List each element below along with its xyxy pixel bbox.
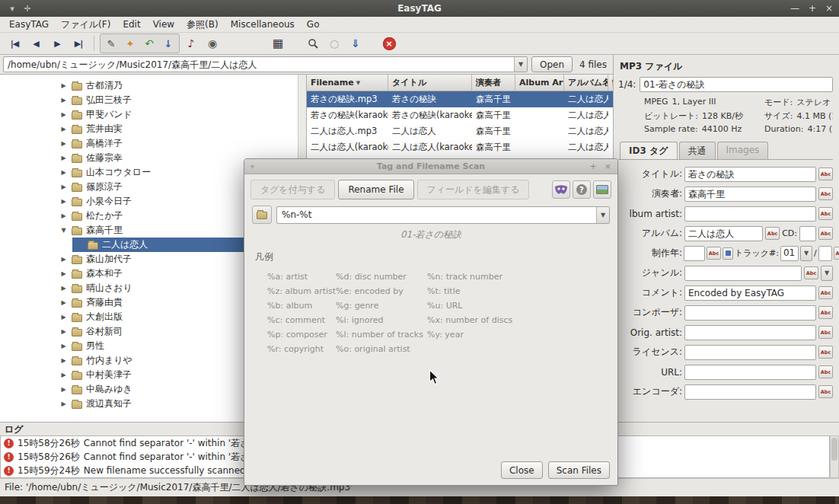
column-header-album[interactable]: アルバム名 bbox=[564, 75, 608, 91]
window-pin-icon[interactable]: ✛ bbox=[21, 4, 33, 14]
column-header-artist[interactable]: 演奏者 bbox=[472, 75, 515, 91]
artist-mask-button[interactable]: Abc bbox=[818, 187, 833, 200]
expander-icon[interactable]: ▶ bbox=[59, 357, 68, 364]
file-row[interactable]: 若さの秘訣.mp3 若さの秘訣 森高千里 二人は恋人 bbox=[307, 91, 613, 107]
expander-icon[interactable]: ▶ bbox=[59, 343, 68, 349]
year-mask-button[interactable]: Abc bbox=[707, 247, 721, 260]
mask-dropdown-button[interactable]: ▼ bbox=[596, 207, 609, 223]
track-combo[interactable]: 01 bbox=[780, 246, 799, 261]
menu-item[interactable]: Go bbox=[301, 18, 326, 31]
menu-item[interactable]: Miscellaneous bbox=[225, 18, 301, 31]
comment-mask-button[interactable]: Abc bbox=[818, 286, 833, 299]
composer-mask-button[interactable]: Abc bbox=[818, 306, 833, 319]
genre-input[interactable] bbox=[684, 266, 802, 281]
log-scrollbar[interactable] bbox=[830, 435, 839, 478]
title-input[interactable]: 若さの秘訣 bbox=[684, 167, 816, 182]
tree-item[interactable]: ▶ 甲斐バンド bbox=[0, 107, 306, 122]
album-artist-input[interactable] bbox=[684, 206, 816, 222]
window-menu-icon[interactable]: ▾ bbox=[6, 4, 18, 14]
expander-icon[interactable]: ▶ bbox=[59, 400, 68, 407]
first-file-button[interactable]: |◀ bbox=[5, 34, 24, 53]
album-input[interactable]: 二人は恋人 bbox=[684, 226, 763, 241]
expander-icon[interactable]: ▶ bbox=[59, 155, 68, 161]
orig-artist-mask-button[interactable]: Abc bbox=[818, 326, 833, 339]
expander-icon[interactable]: ▶ bbox=[59, 270, 68, 277]
mask-list-button[interactable] bbox=[593, 180, 611, 199]
menu-item[interactable]: 参照(B) bbox=[180, 17, 225, 33]
dialog-maximize-button[interactable]: + bbox=[590, 161, 597, 171]
url-input[interactable] bbox=[684, 365, 816, 380]
tab[interactable]: 共通 bbox=[679, 142, 716, 159]
grid-view-button[interactable]: ▦ bbox=[268, 34, 288, 53]
url-mask-button[interactable]: Abc bbox=[818, 365, 833, 378]
tree-item[interactable]: ▶ 古都清乃 bbox=[0, 78, 306, 93]
orig-artist-input[interactable] bbox=[684, 325, 816, 340]
expander-icon[interactable]: ▶ bbox=[59, 372, 68, 378]
scan-files-button[interactable]: ✎ bbox=[102, 35, 120, 52]
track-mask-button[interactable]: Abc bbox=[834, 247, 839, 260]
close-button[interactable]: × bbox=[825, 3, 833, 14]
encoder-input[interactable] bbox=[684, 384, 816, 400]
expander-icon[interactable]: ▶ bbox=[59, 111, 68, 118]
mask-combo[interactable]: %n-%t ▼ bbox=[276, 206, 610, 224]
column-header-title[interactable]: タイトル bbox=[388, 75, 472, 91]
legend-help-button[interactable]: ? bbox=[573, 180, 591, 199]
menu-item[interactable]: EasyTAG bbox=[3, 18, 55, 31]
download-button[interactable]: ⇓ bbox=[346, 34, 365, 53]
expander-icon[interactable]: ▶ bbox=[59, 212, 68, 219]
file-row[interactable]: 二人は恋人.mp3 二人は恋人 森高千里 二人は恋人 bbox=[307, 123, 613, 139]
genre-dropdown-button[interactable]: ▼ bbox=[821, 266, 833, 281]
cd-player-button[interactable]: ◉ bbox=[203, 34, 222, 53]
disabled-circle-button[interactable]: ○ bbox=[324, 34, 344, 53]
fill-tag-button[interactable]: タグを付与する bbox=[250, 180, 335, 199]
composer-input[interactable] bbox=[684, 305, 816, 321]
expander-icon[interactable]: ▶ bbox=[59, 314, 68, 321]
menu-item[interactable]: View bbox=[147, 18, 180, 31]
file-row[interactable]: 若さの秘訣(karaoke).mp3 若さの秘訣(karaoke) 森高千里 二… bbox=[307, 107, 613, 123]
expander-icon[interactable]: ▶ bbox=[59, 97, 68, 104]
expander-icon[interactable]: ▶ bbox=[59, 386, 68, 393]
titlebar[interactable]: ▾ ✛ EasyTAG — + × bbox=[0, 0, 839, 17]
tree-item[interactable]: ▶ 高橋洋子 bbox=[0, 136, 306, 151]
scan-files-footer-button[interactable]: Scan Files bbox=[548, 461, 610, 479]
license-input[interactable] bbox=[684, 345, 816, 360]
process-fields-button[interactable]: フィールドを編集する bbox=[417, 180, 530, 199]
expander-icon[interactable]: ▶ bbox=[59, 328, 68, 335]
genre-mask-button[interactable]: Abc bbox=[804, 266, 818, 279]
file-row[interactable]: 二人は恋人(karaoke).mp3 二人は恋人(karaoke) 森高千里 二… bbox=[307, 139, 613, 155]
year-extra-button[interactable] bbox=[723, 247, 733, 260]
cd-input[interactable] bbox=[799, 226, 816, 241]
expander-icon[interactable]: ▶ bbox=[59, 183, 68, 190]
tree-item[interactable]: ▶ 弘田三枝子 bbox=[0, 93, 306, 107]
open-button[interactable]: Open bbox=[531, 56, 573, 72]
year-input[interactable] bbox=[684, 246, 705, 261]
path-combo[interactable]: /home/ubn/ミュージック/Music2017/森高千里/二人は恋人 ▼ bbox=[3, 56, 528, 72]
previous-file-button[interactable]: ◀ bbox=[26, 34, 46, 53]
last-file-button[interactable]: ▶| bbox=[69, 34, 88, 53]
expander-icon[interactable]: ▶ bbox=[59, 140, 68, 147]
dialog-window-menu-icon[interactable]: ▾ bbox=[250, 162, 254, 171]
dialog-close-button[interactable]: × bbox=[605, 161, 611, 171]
expander-icon[interactable]: ▼ bbox=[59, 227, 68, 234]
expander-icon[interactable]: ▶ bbox=[59, 256, 68, 263]
undo-button[interactable]: ↶ bbox=[140, 35, 158, 52]
minimize-button[interactable]: — bbox=[790, 3, 799, 14]
rename-file-button[interactable]: Rename File bbox=[338, 180, 413, 199]
encoder-mask-button[interactable]: Abc bbox=[818, 385, 833, 398]
album-artist-mask-button[interactable]: Abc bbox=[818, 207, 833, 220]
expander-icon[interactable]: ▶ bbox=[59, 285, 68, 292]
filename-input[interactable]: 01-若さの秘訣 bbox=[640, 77, 833, 92]
track-input[interactable]: 01 bbox=[781, 247, 798, 260]
expander-icon[interactable]: ▶ bbox=[59, 299, 68, 306]
tab[interactable]: Images bbox=[717, 142, 769, 159]
mask-editor-button[interactable] bbox=[552, 180, 570, 199]
cd-mask-button[interactable]: Abc bbox=[818, 227, 833, 240]
column-header-album-artist[interactable]: Album Artist bbox=[515, 75, 564, 91]
track-dropdown-button[interactable]: ▼ bbox=[800, 246, 812, 261]
stop-button[interactable]: × bbox=[379, 34, 399, 53]
license-mask-button[interactable]: Abc bbox=[818, 346, 833, 359]
column-header-filename[interactable]: Filename ▼ bbox=[307, 75, 388, 91]
save-files-button[interactable]: ↓ bbox=[159, 35, 177, 52]
log-scroll-thumb[interactable] bbox=[831, 438, 837, 461]
tab[interactable]: ID3 タグ bbox=[620, 142, 678, 159]
